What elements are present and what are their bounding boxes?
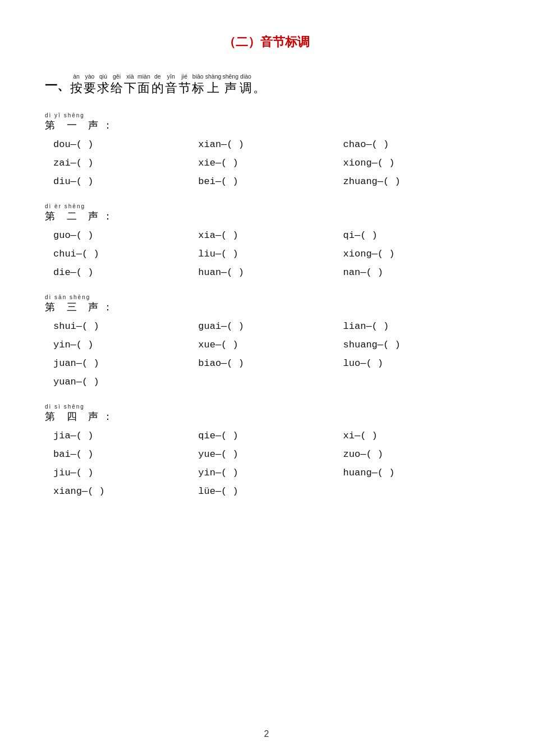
- syllable-item: xie—( ): [198, 154, 343, 172]
- tone-header: dì sì shēng第 四 声：: [45, 404, 488, 423]
- syllable-item: die—( ): [53, 263, 198, 282]
- page-number: 2: [264, 729, 269, 739]
- char-chinese: 音: [165, 81, 177, 95]
- syllable-item: diu—( ): [53, 172, 198, 191]
- char-unit: de的: [151, 73, 164, 95]
- tone-label-block: dì sān shēng第 三 声：: [45, 294, 117, 314]
- tone-label-pinyin: dì yī shēng: [45, 112, 117, 118]
- syllable-item: chao—( ): [343, 135, 488, 154]
- syllable-item: biao—( ): [198, 354, 343, 373]
- char-unit: jié节: [178, 73, 191, 95]
- char-pinyin: de: [154, 73, 161, 81]
- syllable-item: yin—( ): [198, 464, 343, 482]
- char-pinyin: shēng: [222, 73, 238, 81]
- instruction-chars: àn按yào要qiú求gěi给xià下miàn面de的yīn音jié节biāo标…: [70, 73, 266, 95]
- tone-section-tone3: dì sān shēng第 三 声：shui—( )guai—( )lian—(…: [45, 294, 488, 391]
- char-unit: 。: [253, 73, 265, 95]
- char-chinese: 下: [124, 81, 136, 95]
- char-chinese: 声: [224, 81, 237, 95]
- tone-label-chinese: 第 一 声：: [45, 118, 117, 132]
- syllable-item: bai—( ): [53, 445, 198, 464]
- syllable-item: huan—( ): [198, 263, 343, 282]
- char-chinese: 给: [111, 81, 123, 95]
- char-chinese: 节: [178, 81, 191, 95]
- instruction-line: 一、 àn按yào要qiú求gěi给xià下miàn面de的yīn音jié节bi…: [45, 73, 488, 95]
- char-unit: gěi给: [111, 73, 123, 95]
- tone-label-pinyin: dì sì shēng: [45, 404, 117, 410]
- syllable-item: xia—( ): [198, 226, 343, 245]
- tone-section-tone1: dì yī shēng第 一 声：dou—( )xian—( )chao—( )…: [45, 112, 488, 191]
- syllable-item: lüe—( ): [198, 482, 343, 501]
- char-unit: biāo标: [192, 73, 204, 95]
- syllable-item: zuo—( ): [343, 445, 488, 464]
- syllable-item: guo—( ): [53, 226, 198, 245]
- char-unit: xià下: [124, 73, 136, 95]
- syllable-item: huang—( ): [343, 464, 488, 482]
- char-chinese: 的: [151, 81, 164, 95]
- char-chinese: 上: [207, 81, 219, 95]
- syllable-item: zhuang—( ): [343, 172, 488, 191]
- syllable-item: qie—( ): [198, 427, 343, 445]
- syllable-item: xiang—( ): [53, 482, 198, 501]
- char-unit: qiú求: [97, 73, 109, 95]
- syllable-item: yue—( ): [198, 445, 343, 464]
- syllable-item: xiong—( ): [343, 245, 488, 263]
- char-unit: diào调: [240, 73, 252, 95]
- syllable-item: jiu—( ): [53, 464, 198, 482]
- char-pinyin: miàn: [137, 73, 150, 81]
- syllable-items: shui—( )guai—( )lian—( )yin—( )xue—( )sh…: [53, 317, 488, 391]
- char-unit: shēng声: [222, 73, 238, 95]
- syllable-item: guai—( ): [198, 317, 343, 336]
- tone-label-block: dì èr shēng第 二 声：: [45, 203, 117, 223]
- char-pinyin: àn: [73, 73, 80, 81]
- tone-header: dì yī shēng第 一 声：: [45, 112, 488, 132]
- tone-header: dì sān shēng第 三 声：: [45, 294, 488, 314]
- syllable-item: xian—( ): [198, 135, 343, 154]
- char-pinyin: yīn: [167, 73, 175, 81]
- char-chinese: 调: [240, 81, 252, 95]
- syllable-items: jia—( )qie—( )xi—( )bai—( )yue—( )zuo—( …: [53, 427, 488, 501]
- char-pinyin: shàng: [205, 73, 222, 81]
- tone-label-block: dì yī shēng第 一 声：: [45, 112, 117, 132]
- tone-label-pinyin: dì sān shēng: [45, 294, 117, 300]
- syllable-item: dou—( ): [53, 135, 198, 154]
- char-chinese: 要: [84, 81, 96, 95]
- syllable-item: jia—( ): [53, 427, 198, 445]
- syllable-item: xi—( ): [343, 427, 488, 445]
- tone-section-tone2: dì èr shēng第 二 声：guo—( )xia—( )qi—( )chu…: [45, 203, 488, 282]
- syllable-item: xue—( ): [198, 336, 343, 354]
- char-unit: miàn面: [137, 73, 150, 95]
- char-pinyin: jié: [182, 73, 188, 81]
- char-unit: àn按: [70, 73, 82, 95]
- tone-label-block: dì sì shēng第 四 声：: [45, 404, 117, 423]
- syllable-item: luo—( ): [343, 354, 488, 373]
- tone-sections: dì yī shēng第 一 声：dou—( )xian—( )chao—( )…: [45, 112, 488, 501]
- syllable-item: lian—( ): [343, 317, 488, 336]
- page: （二）音节标调 一、 àn按yào要qiú求gěi给xià下miàn面de的yī…: [0, 0, 533, 756]
- tone-label-chinese: 第 三 声：: [45, 300, 117, 314]
- syllable-item: qi—( ): [343, 226, 488, 245]
- char-pinyin: diào: [240, 73, 251, 81]
- tone-label-pinyin: dì èr shēng: [45, 203, 117, 209]
- syllable-item: xiong—( ): [343, 154, 488, 172]
- char-chinese: 按: [70, 81, 82, 95]
- syllable-item: shuang—( ): [343, 336, 488, 354]
- syllable-item: zai—( ): [53, 154, 198, 172]
- char-chinese: 面: [137, 81, 150, 95]
- syllable-item: yin—( ): [53, 336, 198, 354]
- char-pinyin: qiú: [99, 73, 107, 81]
- char-pinyin: gěi: [113, 73, 121, 81]
- tone-label-chinese: 第 四 声：: [45, 410, 117, 423]
- char-chinese: 求: [97, 81, 109, 95]
- char-chinese: 。: [253, 81, 265, 95]
- syllable-item: shui—( ): [53, 317, 198, 336]
- syllable-item: nan—( ): [343, 263, 488, 282]
- char-pinyin: xià: [126, 73, 134, 81]
- char-pinyin: biāo: [192, 73, 204, 81]
- page-title: （二）音节标调: [45, 34, 488, 51]
- syllable-items: guo—( )xia—( )qi—( )chui—( )liu—( )xiong…: [53, 226, 488, 282]
- tone-label-chinese: 第 二 声：: [45, 209, 117, 223]
- syllable-item: bei—( ): [198, 172, 343, 191]
- instruction-number: 一、: [45, 77, 70, 95]
- char-unit: yīn音: [165, 73, 177, 95]
